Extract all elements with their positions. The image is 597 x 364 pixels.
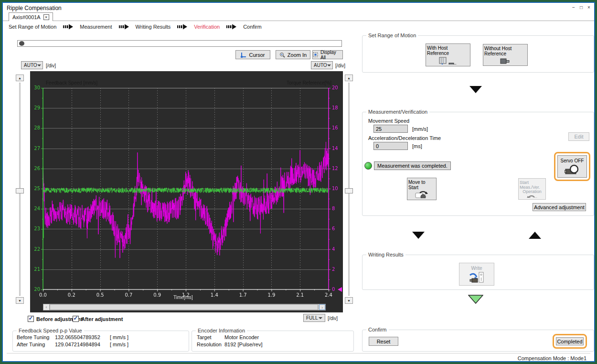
step-set-range: Set Range of Motion: [9, 24, 56, 30]
check-icon: ✓: [73, 315, 78, 321]
left-scale-dropdown[interactable]: AUTO: [21, 61, 43, 69]
before-tuning-value: 132.065504789352: [55, 334, 100, 340]
write-button[interactable]: Write: [459, 263, 494, 286]
step-arrow-icon: [177, 24, 187, 30]
edit-button[interactable]: Edit: [568, 132, 589, 141]
motor-icon: [500, 57, 511, 64]
left-div-unit: [/div]: [46, 63, 56, 68]
left-trackbar-thumb[interactable]: [16, 188, 24, 193]
window-title: Ripple Compensation: [7, 5, 62, 11]
start-meas-ver-button[interactable]: Start Meas./Ver. Operation: [518, 178, 546, 200]
chevron-down-icon: [319, 317, 322, 319]
move-to-start-icon: [415, 191, 428, 198]
move-to-start-button[interactable]: Move to Start: [407, 178, 437, 200]
after-adjustment-checkbox[interactable]: ✓: [73, 316, 79, 322]
completed-button[interactable]: Completed: [556, 337, 584, 345]
set-range-group: Set Range of Motion With Host Reference …: [362, 35, 594, 73]
after-tuning-unit: [ mm/s ]: [110, 342, 128, 347]
after-tuning-label: After Tuning: [17, 342, 45, 347]
accel-time-input[interactable]: [373, 142, 408, 150]
before-tuning-label: Before Tuning: [17, 334, 50, 340]
step-writing-results: Writing Results: [136, 24, 171, 30]
writing-results-group: Writing Results Write: [362, 255, 594, 290]
close-button[interactable]: ×: [586, 4, 592, 11]
position-slider-thumb[interactable]: [19, 41, 24, 46]
advanced-adjustment-button[interactable]: Advanced adjustment: [533, 203, 586, 211]
chevron-down-icon: [327, 64, 331, 66]
step-verification: Verification: [194, 24, 220, 30]
with-host-reference-button[interactable]: With Host Reference: [426, 43, 470, 66]
time-scale-dropdown[interactable]: FULL: [303, 314, 325, 322]
chart-hscrollbar[interactable]: ‹ ›: [43, 304, 326, 310]
flow-arrow-up-icon: [529, 232, 541, 239]
measurement-status-led: [364, 162, 372, 170]
right-trackbar-thumb[interactable]: [345, 188, 353, 193]
flow-arrow-down-icon: [412, 232, 425, 239]
position-slider[interactable]: [17, 40, 342, 47]
flow-arrow-green-icon: [468, 295, 483, 304]
titlebar: Ripple Compensation − □ ×: [3, 3, 594, 12]
ripple-chart: Feedback Speed [mm/s] Torque Reference[%…: [30, 71, 343, 312]
display-all-button[interactable]: Display All: [312, 50, 343, 59]
encoder-info-group: Encoder Information Target Motor Encoder…: [192, 331, 354, 352]
right-axis-title: Torque Reference[%]: [287, 80, 331, 86]
chevron-down-icon: [37, 64, 41, 66]
ripple-compensation-window: Ripple Compensation − □ × Axis#0001A × S…: [2, 2, 595, 362]
tab-label: Axis#0001A: [12, 14, 41, 20]
tabstrip-divider: [3, 21, 594, 21]
start-operation-icon: [526, 195, 538, 198]
host-controller-motor-icon: [439, 57, 457, 64]
right-trackbar-down-icon[interactable]: ▼: [345, 297, 353, 304]
right-div-unit: [/div]: [335, 63, 345, 68]
step-arrow-icon: [226, 24, 236, 30]
cursor-button[interactable]: Cursor: [235, 50, 270, 59]
step-confirm: Confirm: [243, 24, 262, 30]
ripple-chart-canvas[interactable]: [30, 71, 343, 312]
chart-hscrollbar-thumb[interactable]: [50, 304, 318, 310]
after-adjustment-label: After adjustment: [81, 316, 123, 322]
scroll-right-icon[interactable]: ›: [319, 304, 325, 310]
servo-off-button[interactable]: Servo OFF: [557, 155, 587, 178]
compensation-mode-label: Compensation Mode : Mode1: [518, 355, 586, 361]
step-arrow-icon: [119, 24, 129, 30]
time-div-unit: [/div]: [328, 316, 338, 321]
cursor-icon: [241, 52, 246, 58]
encoder-resolution-label: Resolution: [197, 342, 222, 347]
right-scale-dropdown[interactable]: AUTO: [311, 61, 333, 69]
left-trackbar-down-icon[interactable]: ▼: [16, 297, 24, 304]
x-axis-title: Time[ms]: [173, 295, 193, 300]
outer-frame: Ripple Compensation − □ × Axis#0001A × S…: [0, 0, 597, 364]
servo-lamp-icon: [565, 164, 580, 175]
statusbar-divider: [7, 353, 590, 353]
encoder-target-label: Target: [197, 334, 212, 340]
display-all-icon: [313, 52, 318, 57]
zoom-in-button[interactable]: Zoom In: [276, 50, 310, 59]
movement-speed-input[interactable]: [373, 125, 408, 133]
check-icon: ✓: [28, 315, 33, 321]
minimize-button[interactable]: −: [570, 4, 577, 11]
maximize-button[interactable]: □: [578, 4, 585, 11]
confirm-group: Confirm Reset Completed: [362, 330, 594, 352]
encoder-target-value: Motor Encoder: [224, 334, 259, 340]
magnifier-icon: [279, 52, 285, 58]
flow-arrow-down-icon: [469, 86, 482, 93]
reset-button[interactable]: Reset: [369, 337, 398, 346]
measurement-status-label: Measurement was completed.: [374, 161, 451, 170]
after-tuning-value: 129.047214984894: [55, 342, 100, 347]
breadcrumb: Set Range of Motion Measurement Writing …: [9, 24, 262, 30]
tab-close-icon[interactable]: ×: [43, 14, 49, 20]
pp-value-group: Feedback Speed p-p Value Before Tuning 1…: [12, 331, 189, 352]
step-measurement: Measurement: [80, 24, 112, 30]
measurement-group: Measurement/Verification Movement Speed …: [362, 112, 594, 216]
before-adjustment-checkbox[interactable]: ✓: [28, 316, 34, 322]
without-host-reference-button[interactable]: Without Host Reference: [483, 44, 528, 66]
tab-axis0001a[interactable]: Axis#0001A ×: [9, 12, 53, 21]
left-trackbar-up-icon[interactable]: ▲: [16, 75, 24, 81]
accel-time-label: Acceleration/Deceleration Time: [368, 135, 441, 141]
encoder-resolution-value: 8192 [Pulse/rev]: [224, 342, 263, 347]
before-tuning-unit: [ mm/s ]: [110, 334, 128, 340]
step-arrow-icon: [63, 24, 73, 30]
scroll-left-icon[interactable]: ‹: [43, 304, 50, 310]
right-trackbar-up-icon[interactable]: ▲: [345, 75, 353, 81]
movement-speed-unit: [mm/s]: [412, 126, 428, 132]
